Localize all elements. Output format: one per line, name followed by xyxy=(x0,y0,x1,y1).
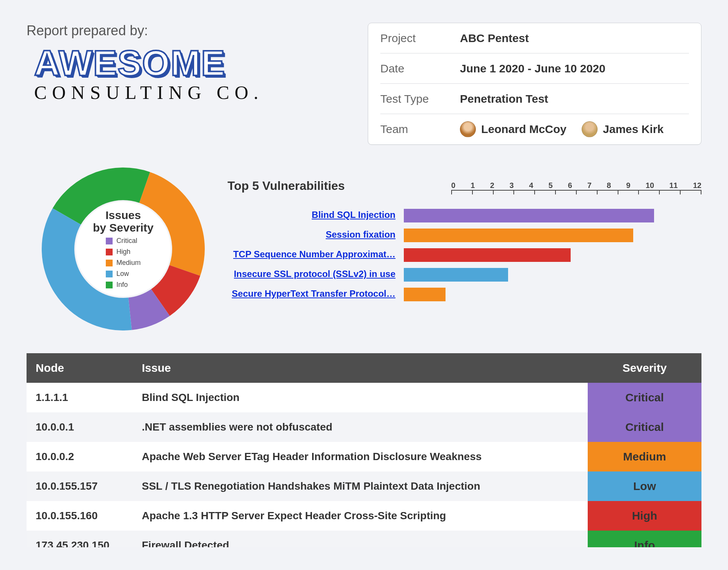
logo-line-2: CONSULTING CO. xyxy=(34,81,264,103)
axis-tick xyxy=(659,191,660,194)
bar-row: Insecure SSL protocol (SSLv2) in use xyxy=(228,265,701,285)
avatar xyxy=(582,121,598,137)
meta-row-team: Team Leonard McCoyJames Kirk xyxy=(380,114,689,144)
cell-issue: Blind SQL Injection xyxy=(133,383,588,412)
axis-tick-label: 2 xyxy=(490,181,494,190)
table-row: 1.1.1.1Blind SQL InjectionCritical xyxy=(27,383,701,412)
meta-row-testtype: Test Type Penetration Test xyxy=(380,84,689,114)
vulnerability-link[interactable]: Blind SQL Injection xyxy=(312,210,395,220)
table-row: 10.0.155.160Apache 1.3 HTTP Server Expec… xyxy=(27,501,701,531)
axis-tick xyxy=(701,191,701,194)
top5-title: Top 5 Vulnerabilities xyxy=(228,179,345,193)
legend-item: Low xyxy=(106,270,141,278)
legend-label: Low xyxy=(116,270,129,278)
legend-item: Info xyxy=(106,281,141,289)
cell-issue: Firewall Detected xyxy=(133,531,588,547)
th-node: Node xyxy=(27,353,133,383)
cell-severity: Medium xyxy=(588,442,701,471)
axis-tick xyxy=(451,191,452,194)
top5-axis: 0123456789101112 xyxy=(451,181,701,195)
axis-tick-label: 9 xyxy=(626,181,631,190)
meta-row-project: Project ABC Pentest xyxy=(380,23,689,53)
axis-tick-label: 8 xyxy=(607,181,611,190)
th-severity: Severity xyxy=(588,353,701,383)
team-members: Leonard McCoyJames Kirk xyxy=(460,121,664,137)
meta-label: Test Type xyxy=(380,92,460,105)
bar-label: Blind SQL Injection xyxy=(228,210,404,222)
cell-issue: .NET assemblies were not obfuscated xyxy=(133,412,588,442)
legend-item: Critical xyxy=(106,237,141,245)
cell-severity: Info xyxy=(588,531,701,547)
severity-donut-chart: Issues by Severity CriticalHighMediumLow… xyxy=(42,168,205,330)
table-row: 10.0.0.2Apache Web Server ETag Header In… xyxy=(27,442,701,471)
donut-title-1: Issues xyxy=(105,209,141,221)
cell-node: 10.0.0.1 xyxy=(27,412,133,442)
cell-node: 10.0.155.157 xyxy=(27,471,133,501)
axis-tick xyxy=(597,191,598,194)
axis-tick xyxy=(493,191,494,194)
prepared-by-block: Report prepared by: AWESOME CONSULTING C… xyxy=(27,23,264,103)
project-meta-card: Project ABC Pentest Date June 1 2020 - J… xyxy=(368,23,701,145)
axis-tick-label: 0 xyxy=(451,181,455,190)
table-row: 10.0.155.157SSL / TLS Renegotiation Hand… xyxy=(27,471,701,501)
cell-issue: Apache Web Server ETag Header Informatio… xyxy=(133,442,588,471)
cell-severity: Critical xyxy=(588,383,701,412)
bar-track xyxy=(404,229,654,242)
meta-label: Date xyxy=(380,62,460,75)
charts-row: Issues by Severity CriticalHighMediumLow… xyxy=(27,168,701,330)
meta-label: Project xyxy=(380,32,460,45)
prepared-by-label: Report prepared by: xyxy=(27,23,264,39)
legend-swatch xyxy=(106,260,113,266)
table-row: 10.0.0.1.NET assemblies were not obfusca… xyxy=(27,412,701,442)
vulnerability-link[interactable]: Secure HyperText Transfer Protocol… xyxy=(232,288,395,299)
legend-item: Medium xyxy=(106,259,141,267)
bar-track xyxy=(404,209,654,222)
bar xyxy=(404,288,446,301)
bar xyxy=(404,268,508,282)
cell-severity: Critical xyxy=(588,412,701,442)
axis-tick xyxy=(555,191,556,194)
legend-label: Critical xyxy=(116,237,137,245)
cell-severity: High xyxy=(588,501,701,531)
avatar xyxy=(460,121,476,137)
cell-severity: Low xyxy=(588,471,701,501)
bar xyxy=(404,229,633,242)
meta-value: ABC Pentest xyxy=(460,32,529,45)
axis-tick-label: 12 xyxy=(693,181,701,190)
bar xyxy=(404,209,654,222)
team-member: James Kirk xyxy=(582,121,664,137)
bar-track xyxy=(404,248,654,262)
legend-swatch xyxy=(106,282,113,288)
axis-tick-label: 4 xyxy=(529,181,533,190)
bar-track xyxy=(404,268,654,282)
legend-swatch xyxy=(106,249,113,255)
legend-label: High xyxy=(116,248,130,256)
cell-issue: SSL / TLS Renegotiation Handshakes MiTM … xyxy=(133,471,588,501)
legend-label: Info xyxy=(116,281,128,289)
legend-item: High xyxy=(106,248,141,256)
axis-tick-label: 11 xyxy=(669,181,678,190)
axis-tick xyxy=(513,191,514,194)
vulnerability-link[interactable]: TCP Sequence Number Approximat… xyxy=(233,249,395,260)
axis-tick-label: 7 xyxy=(587,181,592,190)
bar-label: Secure HyperText Transfer Protocol… xyxy=(228,288,404,301)
company-logo: AWESOME CONSULTING CO. xyxy=(27,42,264,103)
logo-line-1: AWESOME xyxy=(34,46,264,80)
table-row: 173.45.230.150Firewall DetectedInfo xyxy=(27,531,701,547)
cell-node: 10.0.155.160 xyxy=(27,501,133,531)
meta-value: Penetration Test xyxy=(460,92,548,105)
team-member-name: Leonard McCoy xyxy=(481,123,566,136)
legend-swatch xyxy=(106,238,113,244)
cell-issue: Apache 1.3 HTTP Server Expect Header Cro… xyxy=(133,501,588,531)
bar-row: Blind SQL Injection xyxy=(228,206,701,225)
axis-tick-label: 5 xyxy=(548,181,552,190)
vulnerability-link[interactable]: Insecure SSL protocol (SSLv2) in use xyxy=(234,269,395,279)
bar-label: Session fixation xyxy=(228,229,404,241)
bar-row: TCP Sequence Number Approximat… xyxy=(228,245,701,265)
cell-node: 173.45.230.150 xyxy=(27,531,133,547)
cell-node: 1.1.1.1 xyxy=(27,383,133,412)
cell-node: 10.0.0.2 xyxy=(27,442,133,471)
axis-tick xyxy=(534,191,535,194)
bar xyxy=(404,248,571,262)
vulnerability-link[interactable]: Session fixation xyxy=(326,229,395,240)
